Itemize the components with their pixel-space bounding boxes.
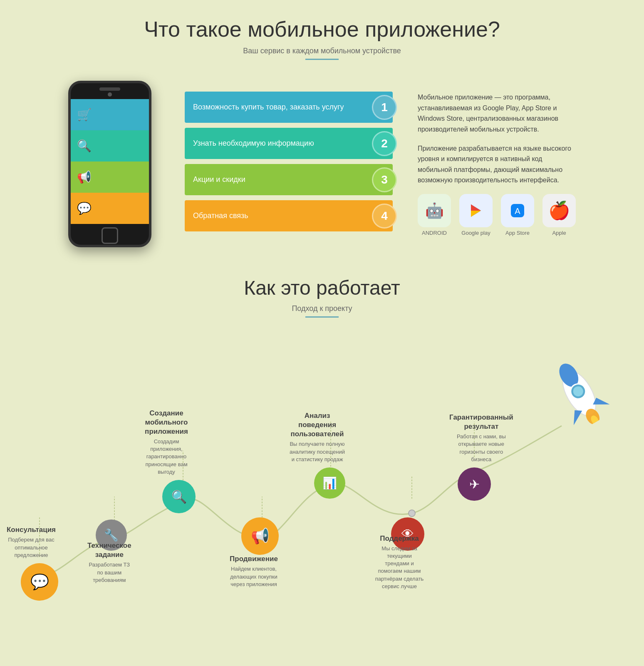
- analytics-icon: 📊: [314, 467, 345, 499]
- description-para1: Мобильное приложение — это программа, ус…: [418, 92, 576, 134]
- apple-icon: 🍎: [542, 194, 576, 227]
- creation-title: Создание мобильного приложения: [137, 409, 196, 436]
- svg-text:A: A: [515, 206, 520, 216]
- support-title: Поддержка: [374, 534, 424, 543]
- how-divider: [305, 316, 339, 318]
- analytics-desc: Вы получаете полную аналитику посещений …: [289, 440, 345, 463]
- feature-item-2: Узнать необходимую информацию 2: [185, 128, 393, 159]
- phone-row-2: 🔍: [71, 130, 149, 162]
- store-icons: 🤖 ANDROID Google play: [418, 194, 576, 236]
- android-label: ANDROID: [422, 230, 447, 236]
- svg-marker-2: [471, 204, 481, 211]
- store-app-store: A App Store: [501, 194, 534, 236]
- how-title: Как это работает: [8, 276, 636, 299]
- workflow-node-consultation: 💬 Консультация Подберем для вас оптималь…: [21, 563, 58, 601]
- promotion-icon: 📢: [241, 517, 279, 555]
- feature-text-4: Обратная связь: [185, 211, 372, 220]
- page-subtitle: Ваш сервис в каждом мобильном устройстве: [8, 47, 636, 55]
- apple-label: Apple: [552, 230, 566, 236]
- page-title: Что такое мобильное приложение?: [8, 17, 636, 42]
- store-google-play: Google play: [459, 194, 493, 236]
- svg-point-10: [409, 510, 415, 517]
- tech-task-title: Техническое задание: [87, 541, 131, 559]
- megaphone-icon: 📢: [77, 170, 92, 184]
- store-android: 🤖 ANDROID: [418, 194, 451, 236]
- phone-row-4: 💬: [71, 193, 149, 224]
- svg-marker-3: [471, 211, 481, 217]
- result-desc: Работая с нами, вы открываете новые гори…: [449, 433, 513, 463]
- header-divider: [305, 59, 339, 60]
- creation-label: Создание мобильного приложения Создадим …: [137, 409, 196, 476]
- consultation-icon: 💬: [21, 563, 58, 601]
- workflow-node-tech: 🔧 Техническое задание Разработаем ТЗ по …: [96, 519, 127, 551]
- feature-item-3: Акции и скидки 3: [185, 164, 393, 195]
- how-subtitle: Подход к проекту: [8, 304, 636, 313]
- store-apple: 🍎 Apple: [542, 194, 576, 236]
- workflow-node-promotion: 📢 Продвижение Найдем клиентов, делающих …: [241, 517, 279, 555]
- phone-speaker: [99, 87, 120, 91]
- feature-number-3: 3: [372, 167, 397, 192]
- phone-device: 🛒 🔍 📢 💬: [68, 81, 151, 247]
- workflow-node-result: ✈ Гарантированный результат Работая с на…: [458, 467, 491, 501]
- phone-mockup: 🛒 🔍 📢 💬: [68, 81, 160, 247]
- creation-desc: Создадим приложения, гарантированно прин…: [137, 438, 196, 476]
- analytics-label: Анализ поведения пользователей Вы получа…: [289, 411, 345, 463]
- feature-item-1: Возможность купить товар, заказать услуг…: [185, 92, 393, 123]
- tech-task-label: Техническое задание Разработаем ТЗ по ва…: [87, 541, 131, 584]
- chat-icon: 💬: [77, 201, 92, 215]
- feature-item-4: Обратная связь 4: [185, 200, 393, 231]
- consultation-title: Консультация: [4, 525, 58, 534]
- feature-number-4: 4: [372, 204, 397, 229]
- tech-task-desc: Разработаем ТЗ по вашим требованиям: [87, 561, 131, 584]
- features-section: 🛒 🔍 📢 💬 Возможность купить товар, заказа…: [0, 68, 644, 260]
- workflow-diagram: 💬 Консультация Подберем для вас оптималь…: [0, 334, 644, 626]
- search-icon: 🔍: [77, 139, 92, 153]
- result-title: Гарантированный результат: [449, 413, 513, 431]
- promotion-title: Продвижение: [229, 554, 279, 564]
- creation-icon: 🔍: [162, 480, 196, 513]
- phone-screen: 🛒 🔍 📢 💬: [71, 99, 149, 224]
- phone-camera: [108, 92, 112, 97]
- section2-header: Как это работает Подход к проекту: [0, 260, 644, 326]
- feature-text-2: Узнать необходимую информацию: [185, 139, 372, 148]
- promotion-label: Продвижение Найдем клиентов, делающих по…: [229, 554, 279, 588]
- promotion-desc: Найдем клиентов, делающих покупки через …: [229, 565, 279, 588]
- cart-icon: 🛒: [77, 108, 92, 122]
- feature-number-2: 2: [372, 131, 397, 156]
- feature-number-1: 1: [372, 95, 397, 120]
- consultation-desc: Подберем для вас оптимальное предложение: [4, 536, 58, 559]
- section1-header: Что такое мобильное приложение? Ваш серв…: [0, 0, 644, 68]
- result-icon: ✈: [458, 467, 491, 501]
- feature-text-1: Возможность купить товар, заказать услуг…: [185, 103, 372, 112]
- phone-row-1: 🛒: [71, 99, 149, 130]
- android-icon: 🤖: [418, 194, 451, 227]
- workflow-node-analytics: 📊 Анализ поведения пользователей Вы полу…: [314, 467, 345, 499]
- support-desc: Мы следим за текущими трендами и помогае…: [374, 545, 424, 590]
- workflow-node-support: 👁 Поддержка Мы следим за текущими тренда…: [391, 517, 424, 551]
- description-para2: Приложение разрабатывается на языке высо…: [418, 143, 576, 186]
- google-play-label: Google play: [461, 230, 490, 236]
- analytics-title: Анализ поведения пользователей: [289, 411, 345, 439]
- feature-text-3: Акции и скидки: [185, 175, 372, 184]
- result-label: Гарантированный результат Работая с нами…: [449, 413, 513, 463]
- phone-row-3: 📢: [71, 162, 149, 193]
- app-store-icon: A: [501, 194, 534, 227]
- google-play-icon: [459, 194, 493, 227]
- support-label: Поддержка Мы следим за текущими трендами…: [374, 534, 424, 590]
- workflow-node-creation: 🔍 Создание мобильного приложения Создади…: [162, 480, 196, 513]
- phone-home-button: [102, 227, 118, 244]
- description-section: Мобильное приложение — это программа, ус…: [418, 92, 576, 236]
- consultation-label: Консультация Подберем для вас оптимально…: [4, 525, 58, 559]
- features-list: Возможность купить товар, заказать услуг…: [185, 92, 393, 236]
- app-store-label: App Store: [505, 230, 530, 236]
